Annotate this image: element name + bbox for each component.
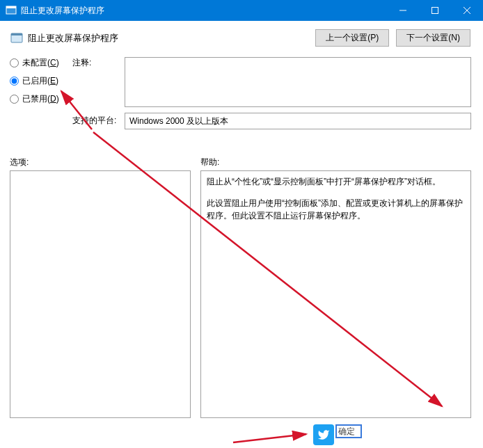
svg-rect-3 xyxy=(432,8,438,14)
radio-not-configured-label: 未配置(C) xyxy=(22,57,59,69)
comment-textarea[interactable] xyxy=(125,57,471,107)
close-button[interactable] xyxy=(451,0,483,21)
window-titlebar: 阻止更改屏幕保护程序 xyxy=(0,0,483,21)
radio-disabled-input[interactable] xyxy=(10,95,19,104)
radio-enabled-input[interactable] xyxy=(10,77,19,86)
supported-platform-value: Windows 2000 及以上版本 xyxy=(125,113,470,129)
radio-disabled[interactable]: 已禁用(D) xyxy=(10,93,59,105)
twitter-icon xyxy=(313,424,334,445)
radio-disabled-label: 已禁用(D) xyxy=(22,93,59,105)
supported-platform-label: 支持的平台: xyxy=(72,115,116,127)
radio-enabled[interactable]: 已启用(E) xyxy=(10,75,59,87)
help-label: 帮助: xyxy=(200,157,219,168)
window-title: 阻止更改屏幕保护程序 xyxy=(21,5,387,17)
options-panel xyxy=(10,170,191,418)
state-radio-group: 未配置(C) 已启用(E) 已禁用(D) xyxy=(10,57,59,111)
window-icon xyxy=(6,5,17,16)
footer-ok-text: 确定 xyxy=(338,426,355,438)
svg-rect-1 xyxy=(6,6,16,8)
minimize-button[interactable] xyxy=(387,0,419,21)
previous-setting-button[interactable]: 上一个设置(P) xyxy=(315,29,389,47)
radio-not-configured[interactable]: 未配置(C) xyxy=(10,57,59,69)
svg-rect-7 xyxy=(11,33,22,35)
policy-icon xyxy=(10,31,24,45)
radio-not-configured-input[interactable] xyxy=(10,58,19,67)
radio-enabled-label: 已启用(E) xyxy=(22,75,58,87)
help-paragraph-2: 此设置阻止用户使用“控制面板”添加、配置或更改计算机上的屏幕保护程序。但此设置不… xyxy=(207,197,465,222)
svg-line-10 xyxy=(233,434,306,442)
supported-platform-box: Windows 2000 及以上版本 xyxy=(125,113,471,129)
help-panel: 阻止从“个性化”或“显示控制面板”中打开“屏幕保护程序”对话框。 此设置阻止用户… xyxy=(200,170,471,418)
next-setting-button[interactable]: 下一个设置(N) xyxy=(396,29,470,47)
policy-title: 阻止更改屏幕保护程序 xyxy=(28,32,315,45)
help-paragraph-1: 阻止从“个性化”或“显示控制面板”中打开“屏幕保护程序”对话框。 xyxy=(207,175,465,188)
comment-label: 注释: xyxy=(72,57,91,69)
options-label: 选项: xyxy=(10,157,29,168)
maximize-button[interactable] xyxy=(419,0,451,21)
